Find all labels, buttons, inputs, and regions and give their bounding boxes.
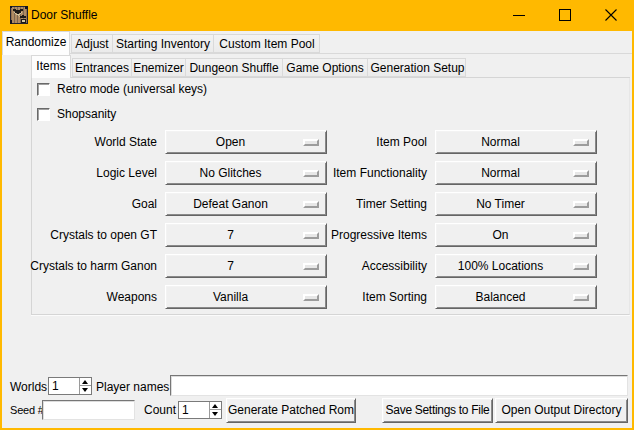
- maximize-icon: [559, 9, 571, 21]
- progressive-items-label: Progressive Items: [282, 223, 427, 247]
- generate-patched-rom-button[interactable]: Generate Patched Rom: [226, 398, 356, 423]
- dropdown-indicator-icon: [573, 232, 589, 239]
- item-pool-dropdown[interactable]: Normal: [435, 130, 597, 154]
- spin-up-button[interactable]: [80, 378, 91, 386]
- dropdown-indicator-icon: [573, 294, 589, 301]
- close-button[interactable]: [588, 0, 634, 31]
- spin-up-icon: [212, 404, 218, 408]
- tab-dungeon-shuffle[interactable]: Dungeon Shuffle: [186, 59, 283, 76]
- minimize-button[interactable]: [496, 0, 542, 31]
- dropdown-indicator-icon: [573, 170, 589, 177]
- window-title: Door Shuffle: [31, 0, 98, 31]
- timer-setting-dropdown[interactable]: No Timer: [435, 192, 597, 216]
- minimize-icon: [513, 9, 525, 21]
- item-functionality-label: Item Functionality: [282, 161, 427, 185]
- goal-label: Goal: [2, 192, 157, 216]
- spin-down-icon: [212, 412, 218, 416]
- spin-up-icon: [82, 380, 88, 384]
- worlds-spin-arrows: [79, 378, 91, 394]
- app-icon: [10, 6, 28, 24]
- item-sorting-dropdown[interactable]: Balanced: [435, 285, 597, 309]
- count-label: Count: [144, 402, 176, 418]
- app-window: Door Shuffle Adjust Starting Inventory C…: [0, 0, 634, 430]
- spin-down-icon: [82, 388, 88, 392]
- outer-tabs-strip: Adjust Starting Inventory Custom Item Po…: [71, 34, 320, 53]
- progressive-items-dropdown[interactable]: On: [435, 223, 597, 247]
- inner-tabs-strip: Entrances Enemizer Dungeon Shuffle Game …: [72, 58, 466, 77]
- dropdown-indicator-icon: [573, 263, 589, 270]
- worlds-spinbox[interactable]: 1: [48, 377, 92, 395]
- accessibility-dropdown[interactable]: 100% Locations: [435, 254, 597, 278]
- shopsanity-label: Shopsanity: [57, 108, 116, 121]
- spin-down-button[interactable]: [210, 410, 221, 418]
- item-sorting-label: Item Sorting: [282, 285, 427, 309]
- tab-starting-inventory[interactable]: Starting Inventory: [113, 35, 214, 52]
- logic-level-label: Logic Level: [2, 161, 157, 185]
- item-pool-label: Item Pool: [282, 130, 427, 154]
- seed-label: Seed #: [10, 402, 44, 418]
- item-functionality-dropdown[interactable]: Normal: [435, 161, 597, 185]
- timer-setting-label: Timer Setting: [282, 192, 427, 216]
- tab-adjust[interactable]: Adjust: [72, 35, 113, 52]
- tab-game-options[interactable]: Game Options: [283, 59, 368, 76]
- items-pane-top-border: [31, 77, 630, 78]
- retro-mode-label: Retro mode (universal keys): [57, 83, 207, 96]
- tab-custom-item-pool[interactable]: Custom Item Pool: [214, 35, 320, 52]
- dropdown-indicator-icon: [573, 139, 589, 146]
- outer-tab-baseline: [2, 53, 632, 54]
- worlds-label: Worlds: [10, 379, 47, 395]
- count-spinbox[interactable]: 1: [178, 401, 222, 419]
- count-spin-arrows: [209, 402, 221, 418]
- open-output-directory-button[interactable]: Open Output Directory: [495, 398, 628, 423]
- dropdown-indicator-icon: [573, 201, 589, 208]
- tab-items[interactable]: Items: [31, 55, 71, 78]
- spin-down-button[interactable]: [80, 386, 91, 394]
- shopsanity-checkbox[interactable]: [37, 108, 50, 121]
- crystals-gt-label: Crystals to open GT: [2, 223, 157, 247]
- tab-generation-setup[interactable]: Generation Setup: [368, 59, 467, 76]
- maximize-button[interactable]: [542, 0, 588, 31]
- player-names-label: Player names: [96, 379, 169, 395]
- spin-up-button[interactable]: [210, 402, 221, 410]
- save-settings-button[interactable]: Save Settings to File: [382, 398, 493, 423]
- world-state-label: World State: [2, 130, 157, 154]
- crystals-ganon-label: Crystals to harm Ganon: [2, 254, 157, 278]
- titlebar: Door Shuffle: [0, 0, 634, 31]
- player-names-input[interactable]: [170, 375, 628, 396]
- weapons-label: Weapons: [2, 285, 157, 309]
- tab-randomize[interactable]: Randomize: [2, 31, 70, 55]
- tab-entrances[interactable]: Entrances: [73, 59, 132, 76]
- tab-enemizer[interactable]: Enemizer: [132, 59, 186, 76]
- close-icon: [605, 9, 617, 21]
- accessibility-label: Accessibility: [282, 254, 427, 278]
- retro-mode-checkbox[interactable]: [37, 83, 50, 96]
- seed-input[interactable]: [42, 400, 135, 420]
- client-area: Adjust Starting Inventory Custom Item Po…: [2, 31, 632, 428]
